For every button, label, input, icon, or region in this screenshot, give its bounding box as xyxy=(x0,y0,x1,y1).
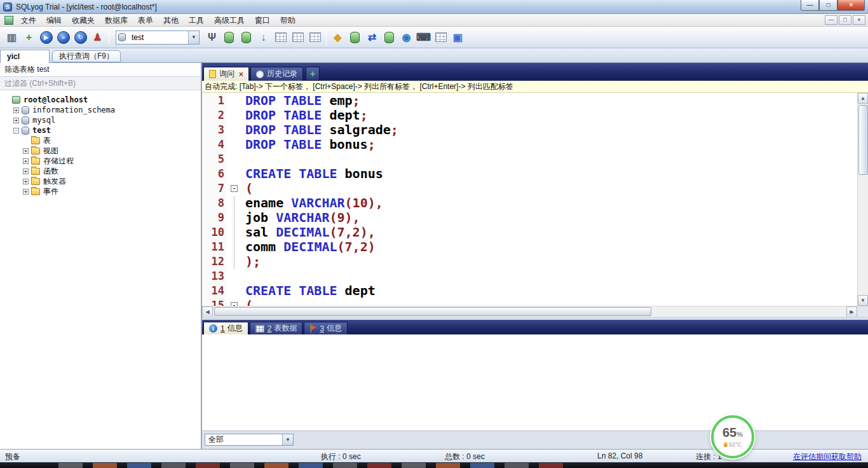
taskbar-item[interactable] xyxy=(58,463,83,468)
taskbar-item[interactable] xyxy=(402,463,426,468)
expand-icon[interactable]: + xyxy=(23,169,29,174)
toolbar-button-20[interactable]: ◉ xyxy=(398,29,415,46)
toolbar-button-9[interactable] xyxy=(220,29,238,46)
fold-collapse-icon[interactable]: - xyxy=(231,185,238,192)
menu-item-0[interactable]: 文件 xyxy=(16,14,41,26)
tree-item-7[interactable]: +函数 xyxy=(0,166,201,176)
menu-item-7[interactable]: 高级工具 xyxy=(209,14,250,26)
mdi-close-button[interactable]: × xyxy=(853,15,865,25)
dropdown-arrow-icon[interactable]: ▼ xyxy=(188,31,199,44)
taskbar-item[interactable] xyxy=(161,463,186,468)
toolbar-button-13[interactable] xyxy=(289,29,306,46)
filter-input[interactable]: 过滤器 (Ctrl+Shift+B) xyxy=(0,77,201,90)
floating-performance-badge[interactable]: 65% 52°C xyxy=(711,415,754,458)
taskbar-item[interactable] xyxy=(539,463,563,468)
toolbar-button-18[interactable]: ⇄ xyxy=(363,29,381,46)
message-filter-dropdown[interactable]: 全部 ▼ xyxy=(205,434,294,446)
menu-item-3[interactable]: 数据库 xyxy=(100,14,133,26)
menu-item-1[interactable]: 编辑 xyxy=(41,14,67,26)
execute-query-button[interactable]: 执行查询（F9） xyxy=(52,50,121,62)
taskbar-item[interactable] xyxy=(196,463,220,468)
tree-item-8[interactable]: +触发器 xyxy=(0,176,201,186)
tree-item-0[interactable]: root@localhost xyxy=(0,95,201,105)
editor-horizontal-scrollbar[interactable]: ◀ ▶ xyxy=(202,306,868,317)
toolbar-button-12[interactable] xyxy=(272,29,289,46)
expand-icon[interactable]: + xyxy=(23,148,29,154)
tree-item-3[interactable]: -test xyxy=(0,125,201,135)
mdi-minimize-button[interactable]: — xyxy=(825,15,837,25)
toolbar-button-19[interactable] xyxy=(381,29,398,46)
taskbar-item[interactable] xyxy=(299,463,323,468)
toolbar-button-11[interactable]: ↓ xyxy=(255,29,272,46)
trial-help-link[interactable]: 在评估期间获取帮助 xyxy=(793,451,862,462)
toolbar-button-5[interactable]: ♟ xyxy=(89,29,106,46)
menu-item-6[interactable]: 工具 xyxy=(184,14,209,26)
maximize-button[interactable]: □ xyxy=(819,0,837,11)
toolbar-button-8[interactable]: Ψ xyxy=(203,29,220,46)
scroll-right-arrow-icon[interactable]: ▶ xyxy=(846,306,857,317)
sql-editor[interactable]: 1DROP TABLE emp;2DROP TABLE dept;3DROP T… xyxy=(202,93,868,306)
scroll-down-arrow-icon[interactable]: ▼ xyxy=(858,295,868,306)
taskbar-item[interactable] xyxy=(127,463,151,468)
taskbar-item[interactable] xyxy=(436,463,460,468)
taskbar-item[interactable] xyxy=(333,463,357,468)
menu-item-9[interactable]: 帮助 xyxy=(275,14,301,26)
close-tab-icon[interactable]: × xyxy=(239,70,243,79)
query-tab-0[interactable]: 询问× xyxy=(203,67,249,81)
vertical-scroll-thumb[interactable] xyxy=(858,105,868,175)
menu-item-4[interactable]: 表单 xyxy=(133,14,158,26)
toolbar-button-1[interactable]: + xyxy=(20,29,37,46)
toolbar-button-23[interactable]: ▣ xyxy=(449,29,466,46)
expand-icon[interactable]: + xyxy=(23,158,29,164)
toolbar-button-4[interactable]: ↻ xyxy=(72,29,89,46)
tree-item-4[interactable]: 表 xyxy=(0,135,201,146)
expand-icon[interactable]: + xyxy=(13,107,19,113)
dropdown-arrow-icon[interactable]: ▼ xyxy=(282,434,293,445)
taskbar-item[interactable] xyxy=(470,463,494,468)
taskbar-item[interactable] xyxy=(367,463,391,468)
fold-collapse-icon[interactable]: - xyxy=(231,302,238,306)
toolbar-button-22[interactable] xyxy=(432,29,449,46)
tree-item-5[interactable]: +视图 xyxy=(0,146,201,156)
windows-taskbar[interactable] xyxy=(0,462,868,468)
toolbar-button-14[interactable] xyxy=(306,29,323,46)
menu-item-5[interactable]: 其他 xyxy=(158,14,184,26)
tree-item-1[interactable]: +information_schema xyxy=(0,105,201,115)
connection-tab-yicl[interactable]: yicl xyxy=(0,50,50,63)
taskbar-item[interactable] xyxy=(264,463,288,468)
tree-item-2[interactable]: +mysql xyxy=(0,115,201,125)
taskbar-item[interactable] xyxy=(230,463,254,468)
toolbar-button-3[interactable]: » xyxy=(55,29,72,46)
expand-icon[interactable]: + xyxy=(23,179,29,184)
toolbar-button-2[interactable]: ▶ xyxy=(37,29,55,46)
results-tab-1[interactable]: 2表数据 xyxy=(250,322,303,334)
taskbar-item[interactable] xyxy=(93,463,117,468)
scroll-up-arrow-icon[interactable]: ▲ xyxy=(858,93,868,104)
toolbar-button-17[interactable] xyxy=(346,29,363,46)
tree-item-6[interactable]: +存储过程 xyxy=(0,156,201,166)
menu-item-2[interactable]: 收藏夹 xyxy=(67,14,100,26)
database-selector[interactable]: test▼ xyxy=(116,31,200,45)
menu-item-8[interactable]: 窗口 xyxy=(250,14,275,26)
expand-icon[interactable]: + xyxy=(13,118,19,123)
scroll-left-arrow-icon[interactable]: ◀ xyxy=(202,306,213,317)
results-tab-2[interactable]: 3信息 xyxy=(304,322,348,334)
expand-icon[interactable]: + xyxy=(23,189,29,195)
horizontal-scroll-track[interactable] xyxy=(213,306,846,317)
toolbar-button-16[interactable]: ◆ xyxy=(329,29,346,46)
toolbar-button-10[interactable] xyxy=(238,29,255,46)
toolbar-button-0[interactable]: ▥ xyxy=(3,29,20,46)
results-tab-0[interactable]: 1信息 xyxy=(203,322,248,334)
toolbar-button-21[interactable]: ⌨ xyxy=(415,29,432,46)
horizontal-scroll-thumb[interactable] xyxy=(214,307,651,316)
minimize-button[interactable]: — xyxy=(801,0,819,11)
tree-item-9[interactable]: +事件 xyxy=(0,186,201,196)
close-button[interactable]: × xyxy=(837,0,865,11)
new-tab-button[interactable]: + xyxy=(306,67,320,81)
query-tab-1[interactable]: 历史记录 xyxy=(250,67,303,81)
collapse-icon[interactable]: - xyxy=(13,128,19,134)
editor-vertical-scrollbar[interactable]: ▲ ▼ xyxy=(857,93,868,306)
title-bar[interactable]: S SQLyog Trial - [yicl/test - root@local… xyxy=(0,0,868,14)
mdi-restore-button[interactable]: □ xyxy=(839,15,851,25)
taskbar-item[interactable] xyxy=(505,463,529,468)
